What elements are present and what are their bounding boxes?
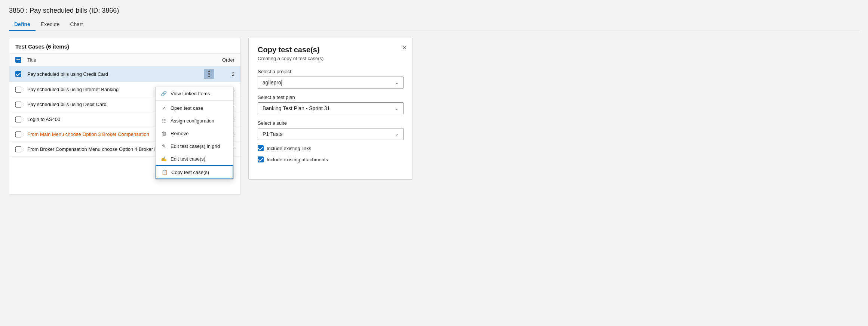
table-row: Pay scheduled bills using Credit Card 2 [9,66,240,82]
open-icon: ↗ [161,105,167,111]
col-order-header: Order [216,57,234,63]
row-checkbox-5[interactable] [15,131,21,137]
col-title-header: Title [27,57,216,63]
test-plan-label: Select a test plan [258,94,404,100]
list-icon: ☷ [161,118,167,124]
edit-grid-icon: ✎ [161,143,167,149]
close-button[interactable]: × [402,44,407,51]
context-menu-item-assign[interactable]: ☷ Assign configuration [156,114,233,127]
project-dropdown[interactable]: agileproj ⌄ [258,77,404,89]
copy-panel-title: Copy test case(s) [258,46,404,54]
test-plan-dropdown[interactable]: Banking Test Plan - Sprint 31 ⌄ [258,102,404,114]
copy-icon: 📋 [162,169,168,175]
row-checkbox-4[interactable] [15,117,21,122]
row-title-1: Pay scheduled bills using Credit Card [27,71,204,77]
context-menu-item-open[interactable]: ↗ Open test case [156,102,233,114]
tab-chart[interactable]: Chart [65,18,88,31]
include-attachments-label: Include existing attachments [267,157,328,162]
copy-panel: × Copy test case(s) Creating a copy of t… [248,38,413,180]
chevron-down-icon-3: ⌄ [395,131,399,137]
trash-icon: 🗑 [161,130,167,136]
include-attachments-checkbox[interactable] [258,156,264,162]
include-links-checkbox[interactable] [258,145,264,151]
project-value: agileproj [263,80,282,86]
context-menu-item-edit[interactable]: ✍ Edit test case(s) [156,152,233,165]
suite-value: P1 Tests [263,131,282,137]
suite-dropdown[interactable]: P1 Tests ⌄ [258,128,404,140]
row-order-1: 2 [216,71,234,77]
tab-execute[interactable]: Execute [36,18,65,31]
row-checkbox-1[interactable] [15,71,21,77]
context-menu-item-remove[interactable]: 🗑 Remove [156,127,233,140]
project-label: Select a project [258,69,404,74]
context-menu-item-copy[interactable]: 📋 Copy test case(s) [156,165,233,179]
include-attachments-row: Include existing attachments [258,156,404,162]
page-title: 3850 : Pay scheduled bills (ID: 3866) [9,7,859,15]
tabs-bar: Define Execute Chart [9,18,859,31]
edit-icon: ✍ [161,156,167,162]
select-all-checkbox[interactable] [15,57,21,63]
include-links-label: Include existing links [267,146,311,151]
test-cases-panel: Test Cases (6 items) Title Order Pay sch… [9,38,241,195]
row-checkbox-3[interactable] [15,102,21,108]
chevron-down-icon-2: ⌄ [395,106,399,111]
test-plan-value: Banking Test Plan - Sprint 31 [263,105,330,111]
row-menu-1[interactable] [204,69,214,79]
include-links-row: Include existing links [258,145,404,151]
row-link-5[interactable]: From Main Menu choose Option 3 Broker Co… [27,131,149,137]
row-checkbox-6[interactable] [15,146,21,152]
context-menu-item-view-linked[interactable]: 🔗 View Linked Items [156,87,233,100]
context-menu-item-edit-grid[interactable]: ✎ Edit test case(s) in grid [156,140,233,152]
panel-header: Test Cases (6 items) [9,38,240,54]
link-icon: 🔗 [161,90,167,96]
suite-label: Select a suite [258,120,404,126]
copy-panel-subtitle: Creating a copy of test case(s) [258,56,404,61]
tab-define[interactable]: Define [9,18,36,31]
context-menu: 🔗 View Linked Items ↗ Open test case ☷ A… [155,87,234,180]
chevron-down-icon: ⌄ [395,80,399,85]
row-checkbox-2[interactable] [15,87,21,93]
